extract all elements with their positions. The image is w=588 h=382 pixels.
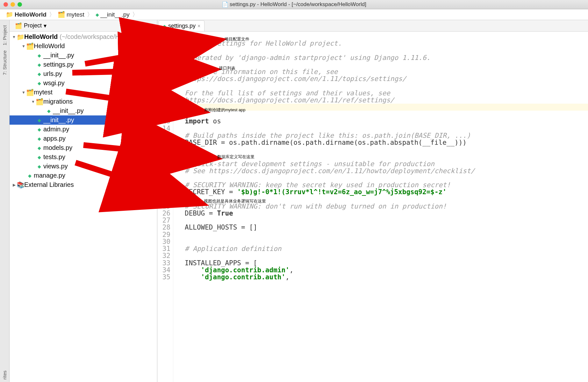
annotation-arrow <box>83 145 212 158</box>
annotation-label: 视图也就是具体业务逻辑写在这里 <box>204 198 266 204</box>
annotation-label: 接口列表 <box>219 65 235 71</box>
annotation-label: 刚刚创建的mytest app <box>204 107 246 113</box>
annotation-arrow <box>72 70 210 73</box>
annotation-overlay <box>0 0 588 382</box>
annotation-label: 项目配置文件 <box>225 36 249 42</box>
annotation-arrow <box>66 92 199 111</box>
annotation-arrow <box>85 41 216 64</box>
annotation-arrow <box>75 163 198 202</box>
annotation-label: 数据库定义写在这里 <box>217 154 255 160</box>
